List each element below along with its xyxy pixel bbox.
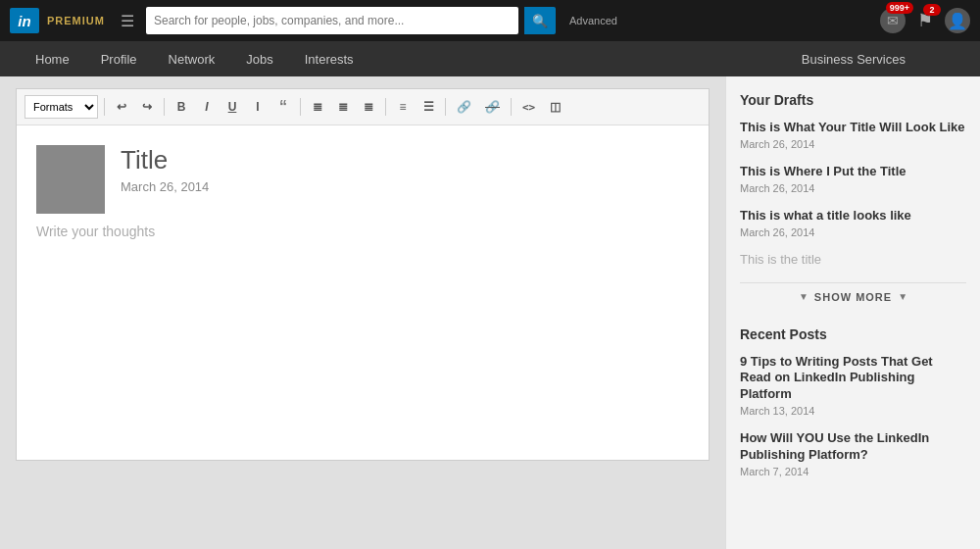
nav-home[interactable]: Home xyxy=(20,41,85,76)
draft-item[interactable]: This is Where I Put the Title March 26, … xyxy=(740,164,966,194)
undo-button[interactable]: ↩ xyxy=(111,96,132,118)
chevron-right-icon: ▼ xyxy=(898,291,907,302)
link-button[interactable]: 🔗 xyxy=(452,96,476,118)
nav-icons: ✉ 999+ ⚑ 2 👤 xyxy=(880,8,970,33)
draft-date: March 26, 2014 xyxy=(740,138,966,150)
align-center-button[interactable]: ≣ xyxy=(332,96,354,118)
drafts-section-title: Your Drafts xyxy=(740,92,966,108)
linkedin-logo[interactable]: in xyxy=(10,8,39,33)
chevron-left-icon: ▼ xyxy=(799,291,808,302)
notifications-icon[interactable]: ✉ 999+ xyxy=(880,8,906,33)
draft-title: This is What Your Title Will Look Like xyxy=(740,120,966,136)
recent-post-item[interactable]: How Will YOU Use the LinkedIn Publishing… xyxy=(740,430,966,477)
recent-post-title: 9 Tips to Writing Posts That Get Read on… xyxy=(740,354,966,404)
toolbar-divider-5 xyxy=(445,98,446,116)
post-title[interactable]: Title xyxy=(121,145,689,175)
nav-network[interactable]: Network xyxy=(153,41,231,76)
draft-title-muted: This is the title xyxy=(740,252,966,269)
nav-jobs[interactable]: Jobs xyxy=(230,41,288,76)
post-body[interactable]: Write your thoughts xyxy=(17,224,709,259)
search-input[interactable] xyxy=(146,7,518,34)
draft-date: March 26, 2014 xyxy=(740,226,966,238)
editor-area: Formats ↩ ↪ B I U I “ ≣ ≣ ≣ ≡ ☰ 🔗 xyxy=(0,76,725,549)
nav-business-services[interactable]: Business Services xyxy=(786,41,921,76)
draft-title: This is what a title looks like xyxy=(740,208,966,225)
toolbar-divider-4 xyxy=(385,98,386,116)
toolbar-divider-2 xyxy=(164,98,165,116)
nav-profile[interactable]: Profile xyxy=(85,41,153,76)
post-avatar xyxy=(36,145,105,214)
indent-button[interactable]: I xyxy=(247,96,269,118)
notifications-badge: 999+ xyxy=(886,2,913,14)
recent-post-date: March 7, 2014 xyxy=(740,466,966,477)
flags-badge: 2 xyxy=(923,4,941,16)
ul-button[interactable]: ≡ xyxy=(392,96,414,118)
toolbar-divider-6 xyxy=(511,98,512,116)
premium-label: PREMIUM xyxy=(47,15,105,26)
flags-icon[interactable]: ⚑ 2 xyxy=(917,10,933,31)
show-more-button[interactable]: ▼ SHOW MORE ▼ xyxy=(740,282,966,311)
unlink-button[interactable]: 🔗 xyxy=(480,96,505,118)
align-right-button[interactable]: ≣ xyxy=(358,96,379,118)
show-more-label: SHOW MORE xyxy=(814,291,892,303)
code-button[interactable]: <> xyxy=(517,96,540,118)
draft-item-muted[interactable]: This is the title xyxy=(740,252,966,269)
post-date: March 26, 2014 xyxy=(121,179,689,194)
advanced-link[interactable]: Advanced xyxy=(569,15,617,26)
nav-interests[interactable]: Interests xyxy=(289,41,369,76)
bold-button[interactable]: B xyxy=(171,96,192,118)
recent-posts-title: Recent Posts xyxy=(740,326,966,342)
hamburger-icon[interactable]: ☰ xyxy=(121,12,134,30)
format-select[interactable]: Formats xyxy=(24,95,98,119)
recent-post-date: March 13, 2014 xyxy=(740,405,966,417)
toolbar-divider-1 xyxy=(104,98,105,116)
sidebar: Your Drafts This is What Your Title Will… xyxy=(725,76,980,549)
align-left-button[interactable]: ≣ xyxy=(307,96,328,118)
profile-icon[interactable]: 👤 xyxy=(945,8,970,33)
editor-wrapper: Formats ↩ ↪ B I U I “ ≣ ≣ ≣ ≡ ☰ 🔗 xyxy=(16,88,710,461)
search-button[interactable]: 🔍 xyxy=(524,7,556,34)
recent-post-item[interactable]: 9 Tips to Writing Posts That Get Read on… xyxy=(740,354,966,418)
draft-item[interactable]: This is what a title looks like March 26… xyxy=(740,208,966,238)
underline-button[interactable]: U xyxy=(221,96,243,118)
secondary-navigation: Home Profile Network Jobs Interests Busi… xyxy=(0,41,980,76)
post-header: Title March 26, 2014 xyxy=(17,125,709,224)
top-navigation: in PREMIUM ☰ 🔍 Advanced ✉ 999+ ⚑ 2 👤 xyxy=(0,0,980,41)
draft-date: March 26, 2014 xyxy=(740,182,966,194)
toolbar-divider-3 xyxy=(300,98,301,116)
redo-button[interactable]: ↪ xyxy=(136,96,158,118)
main-container: Formats ↩ ↪ B I U I “ ≣ ≣ ≣ ≡ ☰ 🔗 xyxy=(0,76,980,549)
quote-button[interactable]: “ xyxy=(272,96,294,118)
editor-toolbar: Formats ↩ ↪ B I U I “ ≣ ≣ ≣ ≡ ☰ 🔗 xyxy=(17,89,709,125)
italic-button[interactable]: I xyxy=(196,96,218,118)
draft-item[interactable]: This is What Your Title Will Look Like M… xyxy=(740,120,966,150)
image-button[interactable]: ◫ xyxy=(544,96,565,118)
post-meta: Title March 26, 2014 xyxy=(121,145,689,194)
recent-post-title: How Will YOU Use the LinkedIn Publishing… xyxy=(740,430,966,464)
ol-button[interactable]: ☰ xyxy=(417,96,439,118)
draft-title: This is Where I Put the Title xyxy=(740,164,966,180)
